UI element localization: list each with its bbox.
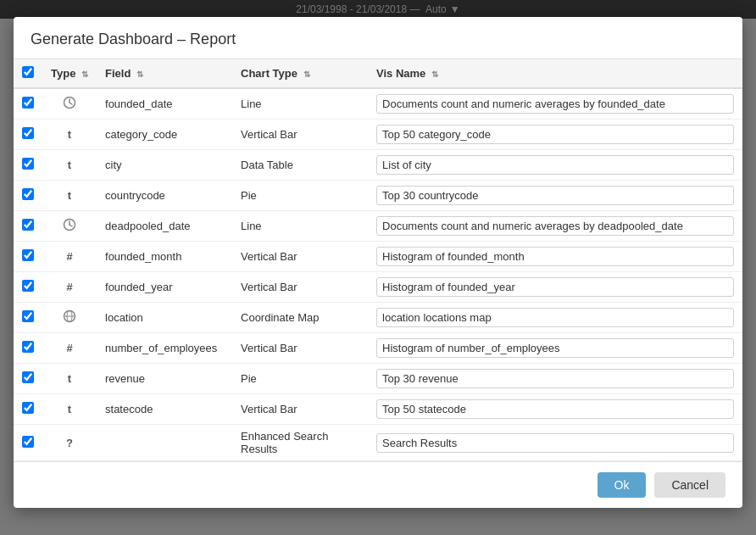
row-checkbox[interactable] bbox=[22, 341, 34, 353]
field-sort-icon: ⇅ bbox=[136, 70, 143, 79]
row-field: countrycode bbox=[97, 181, 232, 211]
row-checkbox-cell bbox=[14, 364, 42, 394]
row-vis-name-cell bbox=[368, 425, 742, 461]
row-vis-name-cell bbox=[368, 150, 742, 181]
modal-title: Generate Dashboard – Report bbox=[14, 17, 742, 59]
globe-icon bbox=[63, 313, 76, 326]
row-checkbox[interactable] bbox=[22, 249, 34, 261]
header-chart-type[interactable]: Chart Type ⇅ bbox=[232, 59, 368, 88]
row-checkbox[interactable] bbox=[22, 127, 34, 139]
table-row: #number_of_employeesVertical Bar bbox=[14, 333, 742, 364]
row-vis-name-cell bbox=[368, 120, 742, 150]
vis-name-input[interactable] bbox=[376, 277, 734, 297]
row-checkbox[interactable] bbox=[22, 188, 34, 200]
row-field bbox=[97, 425, 232, 461]
row-field: city bbox=[97, 150, 232, 181]
row-type-cell: t bbox=[42, 181, 97, 211]
row-field: founded_year bbox=[97, 272, 232, 303]
row-type-cell: # bbox=[42, 333, 97, 364]
vis-name-input[interactable] bbox=[376, 433, 734, 453]
row-type-cell bbox=[42, 211, 97, 242]
modal-body: Type ⇅ Field ⇅ Chart Type ⇅ Vis Name bbox=[14, 59, 742, 461]
row-chart-type: Pie bbox=[232, 181, 368, 211]
vis-name-input[interactable] bbox=[376, 338, 734, 358]
row-type-cell: # bbox=[42, 272, 97, 303]
table-header-row: Type ⇅ Field ⇅ Chart Type ⇅ Vis Name bbox=[14, 59, 742, 88]
row-type-cell: ? bbox=[42, 425, 97, 461]
svg-line-2 bbox=[69, 103, 72, 104]
row-checkbox[interactable] bbox=[22, 219, 34, 231]
row-field: founded_date bbox=[97, 88, 232, 120]
vis-name-input[interactable] bbox=[376, 399, 734, 419]
type-#-icon: # bbox=[66, 281, 72, 293]
table-row: #founded_monthVertical Bar bbox=[14, 242, 742, 272]
vis-name-input[interactable] bbox=[376, 186, 734, 205]
row-vis-name-cell bbox=[368, 181, 742, 211]
dashboard-table: Type ⇅ Field ⇅ Chart Type ⇅ Vis Name bbox=[14, 59, 742, 461]
row-chart-type: Enhanced Search Results bbox=[232, 425, 368, 461]
row-checkbox-cell bbox=[14, 272, 42, 303]
table-body: founded_dateLinetcategory_codeVertical B… bbox=[14, 88, 742, 461]
type-?-icon: ? bbox=[66, 437, 73, 449]
row-checkbox[interactable] bbox=[22, 97, 34, 109]
row-chart-type: Coordinate Map bbox=[232, 303, 368, 333]
header-vis-name[interactable]: Vis Name ⇅ bbox=[368, 59, 742, 88]
clock-icon bbox=[63, 221, 76, 234]
row-chart-type: Pie bbox=[232, 364, 368, 394]
modal-container: Generate Dashboard – Report Type ⇅ Field bbox=[14, 17, 742, 508]
type-t-icon: t bbox=[68, 372, 71, 385]
row-checkbox[interactable] bbox=[22, 158, 34, 170]
header-field[interactable]: Field ⇅ bbox=[97, 59, 232, 88]
row-chart-type: Vertical Bar bbox=[232, 272, 368, 303]
row-field: revenue bbox=[97, 364, 232, 394]
row-chart-type: Line bbox=[232, 211, 368, 242]
type-t-icon: t bbox=[68, 128, 71, 141]
row-type-cell bbox=[42, 88, 97, 120]
row-checkbox-cell bbox=[14, 394, 42, 425]
table-row: tstatecodeVertical Bar bbox=[14, 394, 742, 425]
row-checkbox-cell bbox=[14, 88, 42, 120]
modal-footer: Ok Cancel bbox=[14, 461, 742, 508]
row-checkbox-cell bbox=[14, 211, 42, 242]
vis-name-input[interactable] bbox=[376, 125, 734, 144]
table-row: #founded_yearVertical Bar bbox=[14, 272, 742, 303]
row-checkbox-cell bbox=[14, 303, 42, 333]
row-checkbox[interactable] bbox=[22, 280, 34, 292]
row-field: number_of_employees bbox=[97, 333, 232, 364]
row-chart-type: Data Table bbox=[232, 150, 368, 181]
row-vis-name-cell bbox=[368, 303, 742, 333]
table-row: deadpooled_dateLine bbox=[14, 211, 742, 242]
row-vis-name-cell bbox=[368, 272, 742, 303]
table-row: founded_dateLine bbox=[14, 88, 742, 120]
row-type-cell: t bbox=[42, 120, 97, 150]
vis-name-input[interactable] bbox=[376, 308, 734, 327]
vis-name-input[interactable] bbox=[376, 247, 734, 266]
type-#-icon: # bbox=[66, 342, 72, 354]
row-checkbox[interactable] bbox=[22, 436, 34, 448]
row-checkbox-cell bbox=[14, 425, 42, 461]
svg-line-5 bbox=[69, 225, 72, 226]
cancel-button[interactable]: Cancel bbox=[654, 472, 725, 498]
vis-name-input[interactable] bbox=[376, 94, 734, 114]
row-checkbox[interactable] bbox=[22, 402, 34, 414]
table-row: tcountrycodePie bbox=[14, 181, 742, 211]
vis-sort-icon: ⇅ bbox=[431, 70, 438, 79]
row-type-cell: t bbox=[42, 150, 97, 181]
row-chart-type: Vertical Bar bbox=[232, 242, 368, 272]
type-t-icon: t bbox=[68, 403, 71, 415]
vis-name-input[interactable] bbox=[376, 155, 734, 175]
vis-name-input[interactable] bbox=[376, 216, 734, 236]
chart-sort-icon: ⇅ bbox=[303, 70, 310, 79]
row-field: category_code bbox=[97, 120, 232, 150]
vis-name-input[interactable] bbox=[376, 369, 734, 388]
ok-button[interactable]: Ok bbox=[598, 472, 647, 498]
row-checkbox[interactable] bbox=[22, 310, 34, 322]
row-checkbox[interactable] bbox=[22, 371, 34, 383]
row-checkbox-cell bbox=[14, 333, 42, 364]
modal-overlay: Generate Dashboard – Report Type ⇅ Field bbox=[0, 0, 756, 535]
header-type[interactable]: Type ⇅ bbox=[42, 59, 97, 88]
select-all-checkbox[interactable] bbox=[22, 66, 34, 78]
clock-icon bbox=[63, 99, 76, 112]
row-chart-type: Vertical Bar bbox=[232, 333, 368, 364]
type-t-icon: t bbox=[68, 159, 71, 171]
